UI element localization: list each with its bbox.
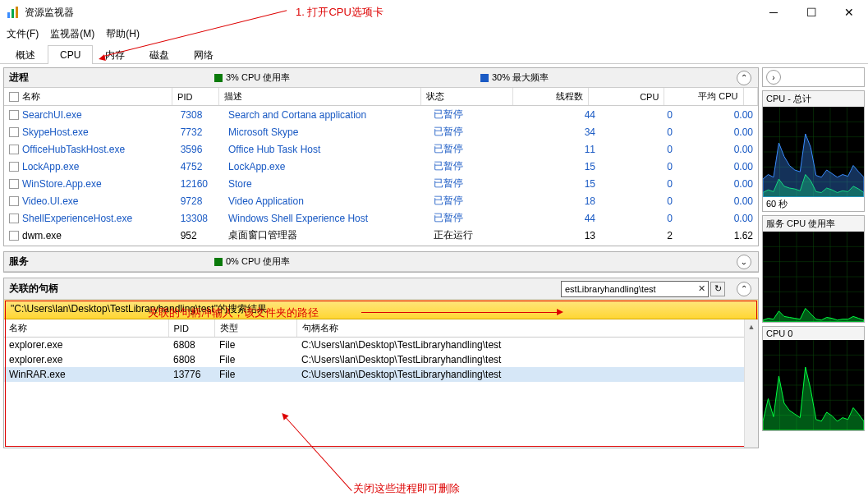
maximize-button[interactable]: ☐ (792, 0, 830, 25)
processes-table: SearchUI.exe7308Search and Cortana appli… (4, 106, 758, 244)
blue-square-icon (480, 74, 489, 82)
minimize-button[interactable]: ─ (755, 0, 792, 25)
sidebar-collapse-button[interactable]: › (766, 70, 781, 85)
refresh-search-button[interactable]: ↻ (710, 282, 725, 296)
green-square-icon (214, 74, 223, 82)
services-title: 服务 (9, 255, 29, 269)
max-freq-indicator: 30% 最大频率 (480, 71, 549, 84)
table-row[interactable]: Video.UI.exe9728Video Application已暂停1800… (4, 192, 758, 209)
table-row[interactable]: ShellExperienceHost.exe13308Windows Shel… (4, 209, 758, 227)
scrollbar[interactable]: ▲ (744, 319, 758, 448)
window-controls: ─ ☐ ✕ (755, 0, 868, 25)
checkbox-all[interactable] (9, 92, 19, 102)
processes-table-header: 名称 PID 描述 状态 线程数 CPU 平均 CPU (4, 88, 758, 106)
col-pid[interactable]: PID (172, 88, 219, 106)
processes-title: 进程 (9, 71, 29, 85)
handles-table: 名称 PID 类型 句柄名称 explorer.exe6808FileC:\Us… (4, 319, 758, 382)
col-desc[interactable]: 描述 (219, 88, 420, 106)
checkbox[interactable] (9, 214, 19, 223)
checkbox[interactable] (9, 179, 19, 189)
table-row[interactable]: WinStore.App.exe12160Store已暂停1500.00 (4, 175, 758, 192)
graph3-title: CPU 0 (763, 327, 864, 340)
titlebar: 资源监视器 ─ ☐ ✕ (0, 0, 868, 25)
close-button[interactable]: ✕ (830, 0, 868, 25)
expand-button[interactable]: ⌃ (737, 255, 751, 269)
max-freq-text: 30% 最大频率 (492, 71, 549, 84)
checkbox[interactable] (9, 127, 19, 137)
collapse-button[interactable]: ⌃ (737, 71, 751, 85)
menubar: 文件(F) 监视器(M) 帮助(H) (0, 25, 868, 43)
table-row[interactable]: explorer.exe6808FileC:\Users\lan\Desktop… (4, 352, 758, 367)
svg-rect-1 (11, 9, 14, 18)
app-title: 资源监视器 (25, 6, 74, 20)
graph1-sublabel: 60 秒 (763, 197, 864, 211)
checkbox[interactable] (9, 110, 19, 120)
menu-help[interactable]: 帮助(H) (106, 27, 140, 41)
table-row[interactable]: LockApp.exe4752LockApp.exe已暂停1500.00 (4, 158, 758, 175)
table-row[interactable]: SearchUI.exe7308Search and Cortana appli… (4, 106, 758, 123)
clear-search-icon[interactable]: ✕ (698, 283, 705, 294)
hcol-name[interactable]: 名称 (4, 319, 168, 338)
sidebar-graphs: › CPU - 总计 60 秒 服务 CPU 使用率 CPU 0 (762, 64, 868, 496)
table-row[interactable]: WinRAR.exe13776FileC:\Users\lan\Desktop\… (4, 367, 758, 382)
tab-cpu[interactable]: CPU (48, 45, 93, 64)
col-avg[interactable]: 平均 CPU (664, 88, 743, 106)
table-row[interactable]: OfficeHubTaskHost.exe3596Office Hub Task… (4, 140, 758, 158)
cpu-usage-text: 3% CPU 使用率 (226, 71, 290, 84)
green-square-icon (214, 258, 223, 266)
hcol-type[interactable]: 类型 (214, 319, 296, 338)
checkbox[interactable] (9, 231, 19, 241)
svg-rect-2 (16, 7, 18, 18)
services-cpu-indicator: 0% CPU 使用率 (214, 255, 290, 268)
checkbox[interactable] (9, 145, 19, 154)
checkbox[interactable] (9, 162, 19, 172)
tab-network[interactable]: 网络 (181, 44, 226, 63)
sidebar-header: › (762, 67, 865, 87)
tab-disk[interactable]: 磁盘 (137, 44, 181, 63)
menu-monitor[interactable]: 监视器(M) (50, 27, 94, 41)
graph-cpu0: CPU 0 (762, 326, 865, 431)
collapse-button[interactable]: ⌃ (737, 282, 751, 296)
table-row[interactable]: dwm.exe952桌面窗口管理器正在运行1321.62 (4, 227, 758, 244)
handles-panel: 关联的句柄 ✕ ↻ ⌃ "C:\Users\lan\Desktop\TestLi… (3, 278, 759, 448)
services-cpu-text: 0% CPU 使用率 (226, 255, 290, 268)
graph-service-cpu: 服务 CPU 使用率 (762, 215, 865, 323)
checkbox[interactable] (9, 196, 19, 206)
col-threads[interactable]: 线程数 (513, 88, 589, 106)
table-row[interactable]: explorer.exe6808FileC:\Users\lan\Desktop… (4, 338, 758, 353)
svg-rect-0 (7, 12, 10, 18)
app-icon (7, 6, 20, 19)
processes-panel: 进程 3% CPU 使用率 30% 最大频率 ⌃ 名称 PID 描述 状态 (3, 67, 759, 246)
cpu-usage-indicator: 3% CPU 使用率 (214, 71, 290, 84)
tab-memory[interactable]: 内存 (93, 44, 137, 63)
handles-title: 关联的句柄 (9, 282, 58, 296)
search-results-banner: "C:\Users\lan\Desktop\TestLibraryhandlin… (4, 300, 758, 319)
handles-search-input[interactable] (561, 281, 709, 297)
scroll-up-icon[interactable]: ▲ (745, 319, 758, 333)
col-cpu[interactable]: CPU (589, 88, 664, 106)
col-status[interactable]: 状态 (420, 88, 513, 106)
table-row[interactable]: SkypeHost.exe7732Microsoft Skype已暂停3400.… (4, 123, 758, 140)
graph2-title: 服务 CPU 使用率 (763, 216, 864, 232)
services-panel: 服务 0% CPU 使用率 ⌃ (3, 251, 759, 273)
tabs: 概述 CPU 内存 磁盘 网络 (0, 43, 868, 64)
col-name[interactable]: 名称 (4, 88, 172, 106)
tab-overview[interactable]: 概述 (3, 44, 48, 63)
hcol-pid[interactable]: PID (168, 319, 214, 338)
graph-cpu-total: CPU - 总计 60 秒 (762, 90, 865, 212)
menu-file[interactable]: 文件(F) (7, 27, 39, 41)
hcol-handle[interactable]: 句柄名称 (296, 319, 758, 338)
graph1-title: CPU - 总计 (763, 91, 864, 107)
processes-scroll[interactable]: SearchUI.exe7308Search and Cortana appli… (4, 106, 758, 246)
